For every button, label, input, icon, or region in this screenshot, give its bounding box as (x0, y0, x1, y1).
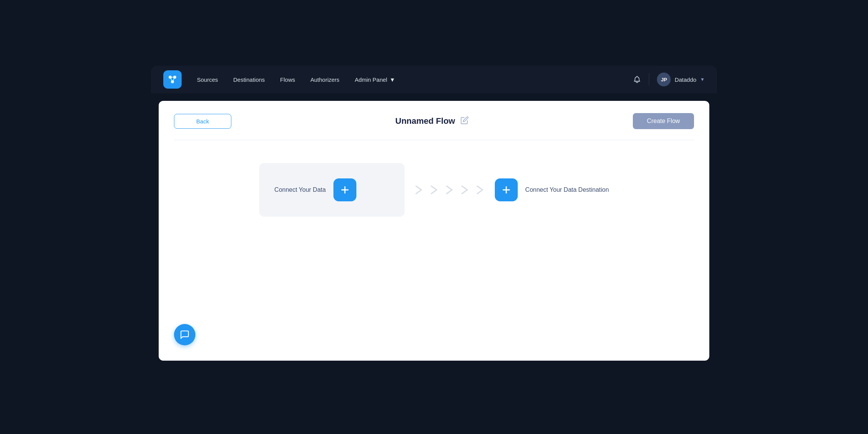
flow-arrow-5 (473, 183, 487, 197)
notifications-button[interactable] (633, 75, 641, 84)
nav-right: JP Dataddo ▼ (633, 73, 705, 86)
chat-button[interactable] (174, 324, 195, 345)
flow-arrow-3 (443, 183, 457, 197)
edit-icon[interactable] (460, 116, 469, 126)
add-destination-button[interactable] (495, 178, 518, 201)
flow-builder: Connect Your Data (174, 140, 694, 240)
add-source-button[interactable] (333, 178, 356, 201)
user-menu-chevron-icon: ▼ (700, 77, 705, 82)
user-menu[interactable]: JP Dataddo ▼ (657, 73, 705, 86)
nav-link-flows[interactable]: Flows (280, 76, 295, 83)
flow-arrow-2 (427, 183, 441, 197)
user-name: Dataddo (675, 76, 696, 83)
nav-divider (649, 73, 649, 86)
source-label: Connect Your Data (275, 186, 326, 193)
navbar: Sources Destinations Flows Authorizers A… (151, 66, 717, 93)
create-flow-button[interactable]: Create Flow (633, 113, 694, 129)
app-wrapper: Sources Destinations Flows Authorizers A… (151, 66, 717, 368)
nav-link-admin-panel[interactable]: Admin Panel ▼ (355, 76, 395, 83)
nav-link-authorizers[interactable]: Authorizers (310, 76, 340, 83)
main-content: Back Unnamed Flow Create Flow Connect Yo… (159, 101, 709, 361)
user-avatar: JP (657, 73, 671, 86)
source-card: Connect Your Data (259, 163, 405, 217)
destination-area: Connect Your Data Destination (495, 178, 609, 201)
flow-arrow-4 (458, 183, 472, 197)
flow-title-area: Unnamed Flow (395, 116, 469, 126)
flow-arrow-1 (412, 183, 426, 197)
nav-link-destinations[interactable]: Destinations (233, 76, 265, 83)
app-logo (163, 70, 182, 89)
admin-panel-dropdown-icon: ▼ (390, 76, 395, 83)
nav-link-sources[interactable]: Sources (197, 76, 218, 83)
back-button[interactable]: Back (174, 114, 231, 129)
destination-label: Connect Your Data Destination (525, 186, 609, 193)
top-bar: Back Unnamed Flow Create Flow (174, 113, 694, 140)
flow-arrows-connector (405, 183, 495, 197)
flow-title: Unnamed Flow (395, 116, 455, 126)
nav-links: Sources Destinations Flows Authorizers A… (197, 76, 618, 83)
